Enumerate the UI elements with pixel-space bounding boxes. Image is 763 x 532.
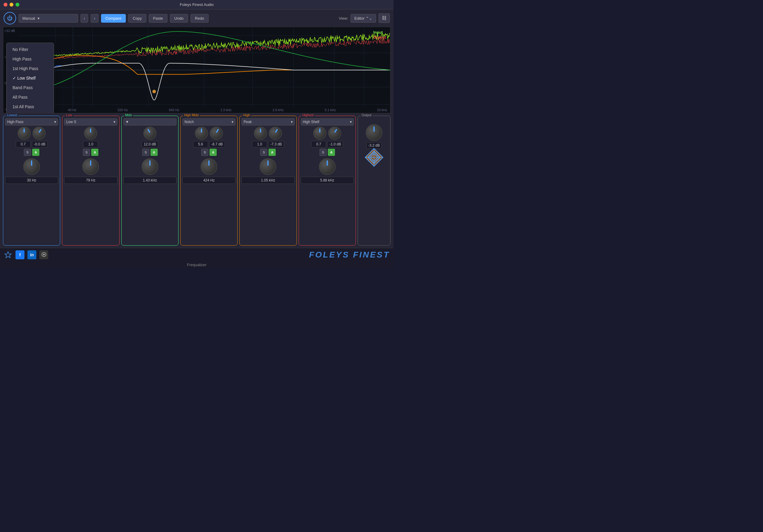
value-highest-gain: -1.0 dB: [327, 141, 343, 148]
view-label: View:: [339, 16, 348, 21]
solo-high[interactable]: S: [260, 149, 267, 156]
band-type-highest[interactable]: High Shelf ▾: [301, 118, 354, 126]
knob-lowest-q[interactable]: [18, 127, 31, 140]
linkedin-icon[interactable]: in: [28, 250, 36, 259]
knob-high-q[interactable]: [254, 127, 267, 140]
solo-lowest[interactable]: S: [24, 149, 31, 156]
compare-button[interactable]: Compare: [101, 14, 126, 23]
active-lowest[interactable]: A: [32, 149, 39, 156]
band-highest: Highest High Shelf ▾ 0.7 -1.0 dB S A 5.8…: [299, 116, 356, 246]
active-low[interactable]: A: [91, 149, 98, 156]
knob-mids-freq[interactable]: [142, 158, 158, 175]
band-label-lowest: Lowest: [6, 113, 19, 117]
star-logo-icon: [4, 251, 12, 259]
redo-button[interactable]: Redo: [190, 14, 209, 23]
band-low: Low Low S ▾ 1.0 S A 79 Hz: [62, 116, 119, 246]
freq-label-1k3: 1.3 kHz: [220, 108, 231, 112]
knob-low-freq[interactable]: [82, 158, 99, 175]
forward-button[interactable]: ›: [91, 14, 98, 23]
solo-low[interactable]: S: [83, 149, 90, 156]
app-title: Frequalizer: [0, 262, 393, 268]
knob-highest-q[interactable]: [313, 127, 326, 140]
active-mids[interactable]: A: [151, 149, 158, 156]
bands-container: Lowest High Pass ▾ 0.7 -0.0 dB S A 30 Hz…: [0, 113, 393, 248]
solo-highest[interactable]: S: [319, 149, 327, 156]
value-lowest-q: 0.7: [16, 141, 31, 148]
value-highmids-q: 5.6: [193, 141, 208, 148]
filter-1st-high-pass[interactable]: 1st High Pass: [7, 64, 54, 73]
band-lowest: Lowest High Pass ▾ 0.7 -0.0 dB S A 30 Hz: [3, 116, 60, 246]
knob-low-q[interactable]: [84, 127, 97, 140]
band-label-output: Output: [360, 113, 373, 117]
knob-output[interactable]: [366, 124, 382, 141]
band-type-mids[interactable]: ▼: [123, 118, 176, 126]
filter-dropdown-menu[interactable]: No Filter High Pass 1st High Pass Low Sh…: [6, 43, 54, 113]
eq-legend: Input Output: [373, 30, 386, 40]
filter-all-pass[interactable]: All Pass: [7, 92, 54, 102]
knob-highmids-gain[interactable]: [210, 127, 223, 140]
knob-lowest-gain[interactable]: [33, 127, 46, 140]
value-highest-q: 0.7: [311, 141, 326, 148]
active-highmids[interactable]: A: [210, 149, 217, 156]
paste-button[interactable]: Paste: [149, 14, 167, 23]
value-low-q: 1.0: [83, 141, 98, 148]
knob-highmids-freq[interactable]: [201, 158, 217, 175]
toolbar: ⏻ Manual ▾ ‹ › Compare Copy Paste Undo R…: [0, 10, 393, 27]
band-label-highmids: High Mids: [183, 113, 200, 117]
eq-display[interactable]: +12 dB +6 dB 0 dB -6 dB Input Output 20 …: [3, 27, 390, 113]
foley-logo: [364, 147, 384, 168]
freq-label-2k6: 2.6 kHz: [273, 108, 284, 112]
freq-label-640: 640 Hz: [169, 108, 179, 112]
freq-high: 1.05 kHz: [241, 177, 294, 184]
main-container: ⏻ Manual ▾ ‹ › Compare Copy Paste Undo R…: [0, 10, 393, 268]
solo-highmids[interactable]: S: [201, 149, 208, 156]
brand-text: FOLEYS FINEST: [309, 250, 390, 260]
power-button[interactable]: ⏻: [4, 12, 16, 25]
value-highmids-gain: -8.7 dB: [209, 141, 225, 148]
knob-highest-gain[interactable]: [328, 127, 341, 140]
filter-high-pass[interactable]: High Pass: [7, 54, 54, 64]
view-select[interactable]: Editor ⌃⌄: [351, 14, 376, 23]
preset-dropdown[interactable]: Manual ▾: [19, 14, 78, 23]
band-label-high: High: [242, 113, 251, 117]
logo-icon[interactable]: [4, 250, 13, 259]
knob-highest-freq[interactable]: [319, 158, 336, 175]
band-output: Output -3.2 dB: [358, 116, 390, 246]
traffic-lights[interactable]: [4, 3, 19, 7]
knob-lowest-freq[interactable]: [23, 158, 40, 175]
value-high-q: 1.0: [252, 141, 267, 148]
active-high[interactable]: A: [269, 149, 276, 156]
band-label-low: Low: [65, 113, 73, 117]
copy-button[interactable]: Copy: [128, 14, 146, 23]
knob-highmids-q[interactable]: [195, 127, 208, 140]
freq-label-320: 320 Hz: [117, 108, 128, 112]
band-type-highmids[interactable]: Notch ▾: [182, 118, 236, 126]
undo-button[interactable]: Undo: [170, 14, 188, 23]
minimize-button[interactable]: [10, 3, 13, 7]
filter-1st-all-pass[interactable]: 1st All Pass: [7, 102, 54, 111]
github-icon[interactable]: ⦿: [39, 250, 48, 259]
band-type-high[interactable]: Peak ▾: [241, 118, 294, 126]
close-button[interactable]: [4, 3, 7, 7]
maximize-button[interactable]: [16, 3, 19, 7]
knob-high-gain[interactable]: [269, 127, 282, 140]
eq-freq-labels: 20 Hz 40 Hz 320 Hz 640 Hz 1.3 kHz 2.6 kH…: [18, 108, 387, 112]
solo-mids[interactable]: S: [142, 149, 149, 156]
svg-marker-5: [5, 252, 11, 258]
freq-label-5k1: 5.1 kHz: [325, 108, 336, 112]
value-mids-gain: 12.0 dB: [142, 141, 158, 148]
band-type-low[interactable]: Low S ▾: [64, 118, 117, 126]
knob-high-freq[interactable]: [260, 158, 276, 175]
legend-input: Input: [373, 30, 386, 35]
filter-band-pass[interactable]: Band Pass: [7, 83, 54, 92]
filter-no-filter[interactable]: No Filter: [7, 45, 54, 54]
link-icon[interactable]: ⛓: [379, 13, 390, 23]
value-high-gain: -7.3 dB: [268, 141, 284, 148]
band-type-lowest[interactable]: High Pass ▾: [5, 118, 58, 126]
filter-low-shelf[interactable]: Low Shelf: [7, 73, 54, 83]
active-highest[interactable]: A: [328, 149, 335, 156]
back-button[interactable]: ‹: [80, 14, 88, 23]
freq-label-10k: 10 kHz: [377, 108, 387, 112]
knob-mids-gain[interactable]: [143, 127, 157, 140]
facebook-icon[interactable]: f: [16, 250, 25, 259]
